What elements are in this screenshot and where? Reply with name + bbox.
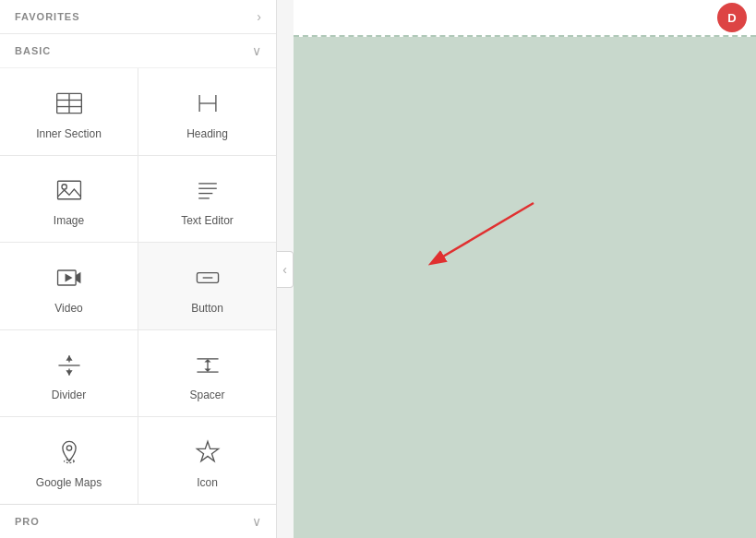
basic-label: BASIC: [15, 45, 51, 56]
widget-text-editor[interactable]: Text Editor: [138, 156, 276, 243]
widget-button[interactable]: Button: [138, 243, 276, 329]
image-label: Image: [54, 214, 84, 227]
avatar: D: [717, 3, 747, 32]
favorites-section[interactable]: FAVORITES ›: [0, 0, 276, 34]
video-label: Video: [54, 302, 82, 315]
widget-heading[interactable]: Heading: [138, 68, 276, 155]
icon-widget-icon: [191, 436, 224, 469]
pro-collapse-icon[interactable]: ∨: [252, 514, 261, 529]
icon-label: Icon: [197, 476, 218, 489]
collapse-handle[interactable]: ‹: [277, 251, 294, 288]
svg-point-8: [62, 185, 66, 189]
divider-label: Divider: [52, 389, 86, 401]
widget-divider[interactable]: Divider: [0, 330, 138, 417]
image-icon: [53, 174, 86, 208]
button-icon: [191, 261, 224, 294]
avatar-text: D: [727, 11, 736, 25]
widget-google-maps[interactable]: Google Maps: [0, 417, 138, 504]
svg-marker-22: [66, 370, 72, 375]
widget-spacer[interactable]: Spacer: [138, 330, 276, 417]
divider-icon: [53, 349, 86, 382]
svg-marker-21: [66, 355, 72, 360]
widget-inner-section[interactable]: Inner Section: [0, 68, 138, 155]
arrow-annotation: [340, 185, 570, 295]
svg-rect-7: [57, 182, 80, 200]
canvas-area: D: [294, 0, 756, 538]
basic-collapse-icon[interactable]: ∨: [252, 43, 261, 58]
widget-icon[interactable]: Icon: [138, 417, 276, 504]
inner-section-icon: [53, 87, 86, 120]
pro-label: PRO: [15, 516, 40, 527]
spacer-icon: [191, 349, 224, 382]
favorites-expand-icon[interactable]: ›: [257, 9, 261, 24]
canvas-top-bar: D: [294, 0, 756, 37]
collapse-icon: ‹: [282, 262, 287, 277]
google-maps-icon: [53, 436, 86, 469]
svg-marker-30: [197, 442, 218, 461]
button-label: Button: [191, 302, 223, 315]
text-editor-icon: [191, 174, 224, 208]
svg-marker-15: [65, 274, 72, 282]
svg-marker-14: [76, 272, 80, 283]
heading-label: Heading: [186, 127, 228, 140]
video-icon: [53, 261, 86, 294]
pro-section-header[interactable]: PRO ∨: [0, 504, 276, 538]
basic-section-header[interactable]: BASIC ∨: [0, 34, 276, 68]
spacer-label: Spacer: [189, 389, 224, 401]
text-editor-label: Text Editor: [181, 214, 234, 227]
svg-point-28: [66, 446, 71, 450]
svg-line-32: [432, 203, 534, 263]
widgets-grid: Inner Section Heading Imag: [0, 68, 276, 504]
widget-video[interactable]: Video: [0, 243, 138, 329]
left-panel: FAVORITES › BASIC ∨ Inner Section: [0, 0, 277, 538]
google-maps-label: Google Maps: [36, 476, 102, 489]
heading-icon: [191, 87, 224, 120]
inner-section-label: Inner Section: [36, 127, 102, 140]
favorites-label: FAVORITES: [15, 11, 80, 22]
widget-image[interactable]: Image: [0, 156, 138, 243]
